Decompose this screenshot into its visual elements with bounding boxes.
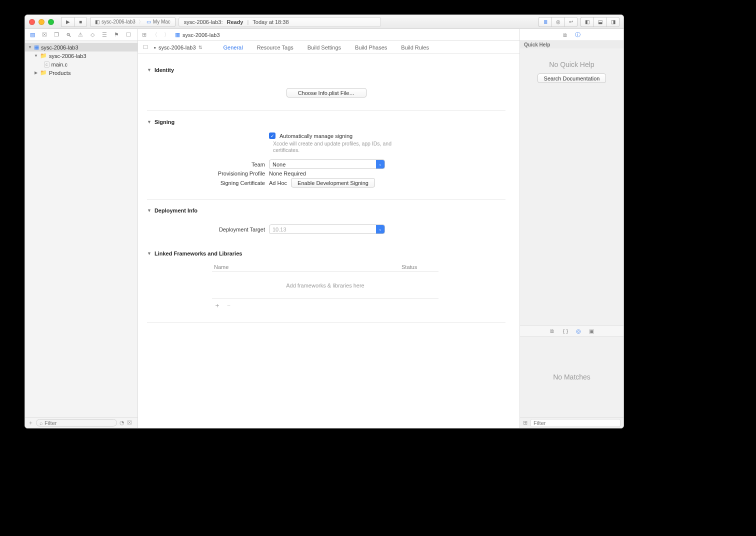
col-status: Status xyxy=(402,264,436,270)
symbol-navigator-icon[interactable]: ❐ xyxy=(53,32,60,38)
stop-button[interactable]: ■ xyxy=(74,17,87,27)
tab-general[interactable]: General xyxy=(224,44,243,50)
outline-toggle-icon[interactable]: ☐ xyxy=(143,44,148,50)
status-scheme: sysc-2006-lab3: xyxy=(184,19,223,25)
assistant-editor-button[interactable]: ◎ xyxy=(552,17,564,27)
separator: | xyxy=(248,19,249,25)
dropdown-icon: ⌄ xyxy=(376,225,384,234)
run-button[interactable]: ▶ xyxy=(61,17,74,27)
auto-signing-help: Xcode will create and update profiles, a… xyxy=(273,140,418,154)
toggle-inspector-button[interactable]: ◨ xyxy=(606,17,620,27)
toggle-navigator-button[interactable]: ◧ xyxy=(580,17,594,27)
tab-build-rules[interactable]: Build Rules xyxy=(401,44,429,50)
disclosure-triangle-icon: ▼ xyxy=(147,68,152,72)
section-title: Deployment Info xyxy=(154,208,198,214)
main-body: ▼ ▦ sysc-2006-lab3 ▼ 📁 sysc-2006-lab3 c … xyxy=(25,41,624,428)
breadcrumb[interactable]: ▦ sysc-2006-lab3 xyxy=(175,32,220,38)
activity-viewer[interactable]: sysc-2006-lab3: Ready | Today at 18:38 xyxy=(178,17,381,27)
toggle-debug-button[interactable]: ⬓ xyxy=(594,17,606,27)
related-items-icon[interactable]: ⊞ xyxy=(142,32,146,38)
find-navigator-icon[interactable]: 🔍︎ xyxy=(65,32,72,38)
chevron-right-icon: 〉 xyxy=(138,18,144,26)
recent-filter-icon[interactable]: ◔ xyxy=(120,420,124,426)
back-button[interactable]: 〈 xyxy=(151,31,158,38)
tree-root[interactable]: ▼ ▦ sysc-2006-lab3 xyxy=(25,43,138,52)
disclosure-triangle-icon[interactable]: ▼ xyxy=(34,54,38,58)
tab-build-settings[interactable]: Build Settings xyxy=(308,44,341,50)
target-selector[interactable]: ▪ sysc-2006-lab3 ⇅ xyxy=(154,44,202,50)
scheme-selector[interactable]: ◧ sysc-2006-lab3 〉 ▭ My Mac xyxy=(90,17,176,27)
disclosure-triangle-icon: ▼ xyxy=(147,251,152,256)
search-documentation-button[interactable]: Search Documentation xyxy=(538,74,606,83)
breakpoint-navigator-icon[interactable]: ⚑ xyxy=(113,32,120,38)
project-navigator-icon[interactable]: ▤ xyxy=(29,32,36,38)
cert-label: Signing Certificate xyxy=(147,180,265,186)
tab-resource-tags[interactable]: Resource Tags xyxy=(257,44,294,50)
zoom-window-button[interactable] xyxy=(48,19,54,25)
navigator-tabs: ▤ ☒ ❐ 🔍︎ ⚠ ◇ ☰ ⚑ ☐ xyxy=(25,29,138,40)
version-editor-button[interactable]: ↩ xyxy=(564,17,578,27)
disclosure-triangle-icon: ▼ xyxy=(147,120,152,124)
section-identity: ▼ Identity Choose Info.plist File… xyxy=(147,64,506,111)
debug-navigator-icon[interactable]: ☰ xyxy=(101,32,108,38)
folder-icon: 📁 xyxy=(40,70,47,76)
c-file-icon: c xyxy=(44,62,50,68)
section-header[interactable]: ▼ Linked Frameworks and Libraries xyxy=(147,248,506,260)
project-tabs: General Resource Tags Build Settings Bui… xyxy=(224,44,429,50)
disclosure-triangle-icon: ▼ xyxy=(147,208,152,213)
filter-scope[interactable]: ⌕ xyxy=(36,419,117,426)
scm-filter-icon[interactable]: ☒ xyxy=(127,420,132,426)
navigator-filter-input[interactable] xyxy=(44,420,114,426)
add-framework-button[interactable]: ＋ xyxy=(214,301,220,310)
cert-value: Ad Hoc xyxy=(269,180,287,186)
deploy-target-select[interactable]: 10.13 ⌄ xyxy=(269,224,385,234)
file-tree: ▼ ▦ sysc-2006-lab3 ▼ 📁 sysc-2006-lab3 c … xyxy=(25,41,138,417)
code-snippet-library-icon[interactable]: { } xyxy=(563,328,568,334)
issue-navigator-icon[interactable]: ⚠ xyxy=(77,32,84,38)
disclosure-triangle-icon[interactable]: ▶ xyxy=(34,70,38,75)
file-template-library-icon[interactable]: 🗎 xyxy=(550,328,555,334)
forward-button[interactable]: 〉 xyxy=(163,31,170,38)
minimize-window-button[interactable] xyxy=(38,19,44,25)
grid-view-icon[interactable]: ⊞ xyxy=(523,420,528,426)
section-header[interactable]: ▼ Deployment Info xyxy=(147,204,506,216)
team-select[interactable]: None ⌄ xyxy=(269,160,385,169)
deploy-target-label: Deployment Target xyxy=(147,226,265,232)
remove-framework-button[interactable]: － xyxy=(226,301,232,310)
library-filter-input[interactable] xyxy=(530,419,620,427)
section-title: Linked Frameworks and Libraries xyxy=(154,250,242,256)
enable-dev-signing-button[interactable]: Enable Development Signing xyxy=(291,178,375,188)
tree-file-label: main.c xyxy=(52,62,68,68)
updown-icon: ⇅ xyxy=(198,45,202,50)
quick-help-inspector-icon[interactable]: ⓘ xyxy=(575,31,580,38)
add-button[interactable]: ＋ xyxy=(28,419,34,426)
section-frameworks: ▼ Linked Frameworks and Libraries Name S… xyxy=(147,248,506,322)
monitor-icon: ▭ xyxy=(146,19,151,24)
folder-icon: 📁 xyxy=(40,52,47,59)
auto-signing-checkbox[interactable]: ✓ xyxy=(269,132,276,139)
standard-editor-button[interactable]: ≣ xyxy=(538,17,552,27)
tab-build-phases[interactable]: Build Phases xyxy=(355,44,387,50)
panel-toggle-group: ◧ ⬓ ◨ xyxy=(580,17,620,27)
disclosure-triangle-icon[interactable]: ▼ xyxy=(28,45,32,50)
test-navigator-icon[interactable]: ◇ xyxy=(89,32,96,38)
close-window-button[interactable] xyxy=(29,19,35,25)
source-control-navigator-icon[interactable]: ☒ xyxy=(41,32,48,38)
library-filter-bar: ⊞ xyxy=(520,417,624,428)
team-label: Team xyxy=(147,162,265,168)
tree-group-label: sysc-2006-lab3 xyxy=(49,53,86,59)
object-library-icon[interactable]: ◎ xyxy=(576,328,581,334)
dropdown-icon: ⌄ xyxy=(376,160,384,168)
section-header[interactable]: ▼ Signing xyxy=(147,116,506,128)
section-header[interactable]: ▼ Identity xyxy=(147,64,506,76)
terminal-icon: ▪ xyxy=(154,44,156,50)
tree-group[interactable]: ▼ 📁 sysc-2006-lab3 xyxy=(25,52,138,60)
project-editor: ☐ ▪ sysc-2006-lab3 ⇅ General Resource Ta… xyxy=(138,41,520,428)
auto-signing-label: Automatically manage signing xyxy=(280,133,352,139)
media-library-icon[interactable]: ▣ xyxy=(589,328,594,334)
report-navigator-icon[interactable]: ☐ xyxy=(125,32,132,38)
tree-file[interactable]: c main.c xyxy=(25,60,138,68)
tree-products[interactable]: ▶ 📁 Products xyxy=(25,68,138,77)
file-inspector-icon[interactable]: 🗎 xyxy=(562,32,568,38)
choose-plist-button[interactable]: Choose Info.plist File… xyxy=(286,88,366,98)
